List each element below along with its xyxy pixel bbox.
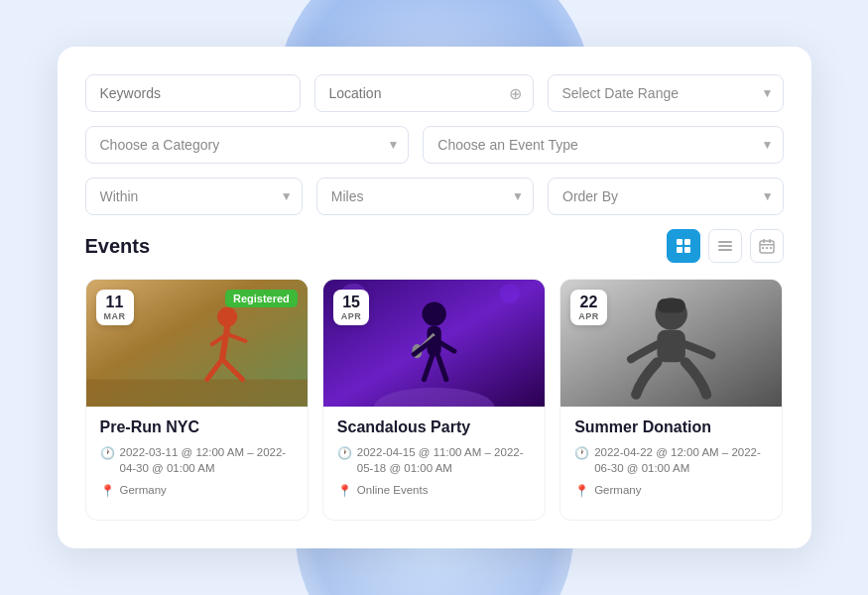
filter-row-1: ⊕ Select Date Range ▼ (85, 74, 784, 112)
events-grid: 11 MAR Registered Pre-Run NYC 🕐 2022-03-… (85, 279, 784, 521)
location-icon: ⊕ (509, 84, 522, 103)
location-input[interactable] (314, 74, 534, 112)
event-month-2: APR (341, 311, 362, 321)
event-day-2: 15 (341, 294, 362, 311)
clock-icon-2: 🕐 (337, 445, 352, 462)
main-card: ⊕ Select Date Range ▼ Choose a Category … (58, 47, 811, 548)
list-icon (717, 238, 733, 254)
filter-row-3: Within 5 Miles 10 Miles 25 Miles ▼ Miles… (85, 178, 784, 215)
event-title-2: Scandalous Party (337, 418, 531, 436)
grid-icon (676, 238, 691, 254)
event-month-3: APR (578, 311, 599, 321)
svg-rect-12 (766, 247, 768, 249)
event-info-1: Pre-Run NYC 🕐 2022-03-11 @ 12:00 AM – 20… (86, 407, 308, 520)
event-image-wrap-1: 11 MAR Registered (86, 280, 308, 407)
date-range-select[interactable]: Select Date Range (548, 74, 784, 112)
within-wrapper: Within 5 Miles 10 Miles 25 Miles ▼ (85, 178, 303, 215)
event-card-2: 15 APR Scandalous Party 🕐 2022-04-15 @ 1… (322, 279, 546, 521)
category-wrapper: Choose a Category ▼ (85, 126, 410, 164)
miles-select[interactable]: Miles Kilometers (316, 178, 534, 215)
svg-rect-6 (718, 249, 732, 251)
svg-rect-11 (762, 247, 764, 249)
svg-rect-36 (658, 298, 685, 312)
svg-rect-2 (677, 247, 682, 253)
event-date-badge-1: 11 MAR (96, 290, 134, 325)
pin-icon-2: 📍 (337, 483, 352, 500)
svg-rect-0 (677, 239, 682, 245)
event-image-wrap-3: 22 APR (560, 280, 782, 407)
pin-icon-3: 📍 (574, 483, 589, 500)
svg-rect-9 (769, 239, 771, 243)
svg-rect-13 (770, 247, 772, 249)
grid-view-button[interactable] (667, 229, 700, 263)
date-range-wrapper: Select Date Range ▼ (548, 74, 784, 112)
keywords-input[interactable] (85, 74, 301, 112)
calendar-icon (759, 238, 775, 254)
order-by-wrapper: Order By Date Name Location ▼ (548, 178, 784, 215)
view-controls (667, 229, 784, 263)
svg-rect-5 (718, 245, 732, 247)
location-wrapper: ⊕ (314, 74, 534, 112)
event-info-3: Summer Donation 🕐 2022-04-22 @ 12:00 AM … (560, 407, 782, 520)
order-by-select[interactable]: Order By Date Name Location (548, 178, 784, 215)
event-type-wrapper: Choose an Event Type ▼ (423, 126, 783, 164)
svg-point-33 (499, 284, 519, 303)
registered-badge-1: Registered (225, 290, 298, 307)
calendar-view-button[interactable] (750, 229, 784, 263)
svg-point-24 (422, 301, 445, 325)
events-header: Events (85, 229, 784, 263)
events-title: Events (85, 235, 151, 258)
event-title-1: Pre-Run NYC (100, 418, 294, 436)
event-info-2: Scandalous Party 🕐 2022-04-15 @ 11:00 AM… (323, 407, 545, 520)
event-date-badge-2: 15 APR (333, 290, 370, 325)
svg-rect-15 (86, 380, 308, 407)
event-card-1: 11 MAR Registered Pre-Run NYC 🕐 2022-03-… (85, 279, 309, 521)
miles-wrapper: Miles Kilometers ▼ (316, 178, 534, 215)
event-day-3: 22 (578, 294, 599, 311)
event-location-2: 📍 Online Events (337, 482, 531, 500)
event-datetime-1: 🕐 2022-03-11 @ 12:00 AM – 2022-04-30 @ 0… (100, 444, 294, 476)
category-select[interactable]: Choose a Category (85, 126, 410, 164)
svg-rect-4 (718, 241, 732, 243)
event-month-1: MAR (104, 311, 126, 321)
event-datetime-3: 🕐 2022-04-22 @ 12:00 AM – 2022-06-30 @ 0… (574, 444, 768, 476)
filter-row-2: Choose a Category ▼ Choose an Event Type… (85, 126, 784, 164)
list-view-button[interactable] (708, 229, 742, 263)
event-datetime-2: 🕐 2022-04-15 @ 11:00 AM – 2022-05-18 @ 0… (337, 444, 531, 476)
pin-icon-1: 📍 (100, 483, 115, 500)
clock-icon-3: 🕐 (574, 445, 589, 462)
event-day-1: 11 (104, 294, 126, 311)
event-title-3: Summer Donation (574, 418, 768, 436)
event-date-badge-3: 22 APR (570, 290, 607, 325)
event-image-wrap-2: 15 APR (323, 280, 545, 407)
svg-rect-8 (763, 239, 765, 243)
event-location-3: 📍 Germany (574, 482, 768, 500)
svg-rect-1 (684, 239, 690, 245)
clock-icon-1: 🕐 (100, 445, 115, 462)
within-select[interactable]: Within 5 Miles 10 Miles 25 Miles (85, 178, 303, 215)
svg-rect-3 (684, 247, 690, 253)
event-card-3: 22 APR Summer Donation 🕐 2022-04-22 @ 12… (559, 279, 783, 521)
event-location-1: 📍 Germany (100, 482, 294, 500)
svg-rect-10 (760, 244, 774, 246)
event-type-select[interactable]: Choose an Event Type (423, 126, 783, 164)
